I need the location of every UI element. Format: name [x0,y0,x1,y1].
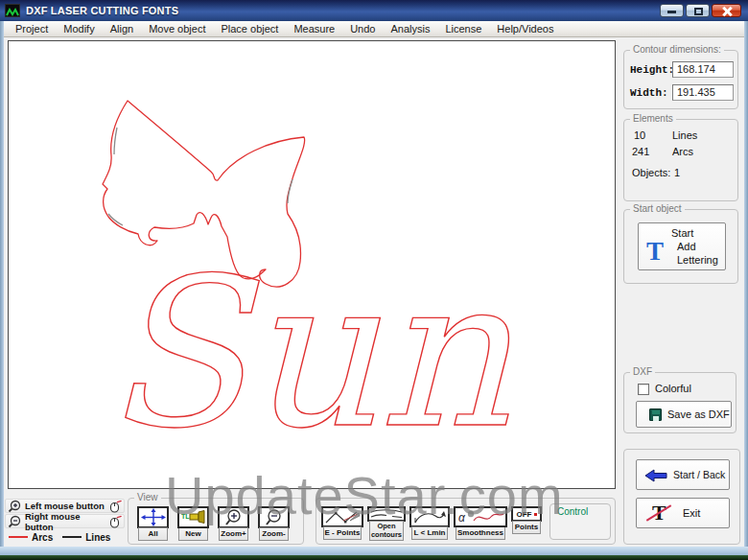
menu-move-object[interactable]: Move object [141,22,213,35]
start-add-lettering-button[interactable]: T Start Add Lettering [638,222,726,270]
lines-legend-label: Lines [85,532,110,543]
e-points-label: E - Points [323,526,362,540]
dxf-drawing: Sun [9,41,615,488]
lines-count: 10 [634,129,645,141]
menu-modify[interactable]: Modify [56,22,102,35]
back-arrow-icon [644,469,667,482]
width-label: Width: [630,87,668,99]
arc-color-swatch [9,536,28,538]
menu-project[interactable]: Project [8,22,56,35]
colorful-checkbox[interactable] [638,384,649,395]
exit-button[interactable]: T Exit [636,498,730,528]
open-contours-icon [370,508,403,520]
pan-all-arrows-icon [141,508,166,526]
menu-undo[interactable]: Undo [342,22,383,35]
smoothness-label: Smoothness [456,526,505,540]
drawing-canvas[interactable]: Sun [8,40,616,489]
minimize-button[interactable] [660,4,684,17]
lettering-t-icon: T [646,239,664,264]
arcs-label: Arcs [672,146,693,157]
menu-bar: Project Modify Align Move object Place o… [4,21,744,37]
save-as-dxf-label: Save as DXF [667,408,730,420]
dxf-title: DXF [630,366,655,377]
mouse-icon [109,515,122,528]
alpha-glyph: α [458,511,466,525]
zoom-out-button[interactable]: Zoom- [258,506,290,541]
smoothness-button[interactable]: α Smoothness [454,506,507,540]
arcs-count: 241 [632,146,649,157]
zoom-in-icon [223,508,245,526]
analysis-toolbar-group: E - Points Open contours L < Lmin [316,498,616,545]
flashlight-icon: TL [180,509,207,526]
window-border-left [0,21,4,548]
sun-lettering-outline: Sun [105,233,512,474]
menu-measure[interactable]: Measure [286,22,342,35]
flashlight-tl-text: TL [181,513,190,520]
navigation-group: Start / Back T Exit [623,449,740,545]
menu-license[interactable]: License [437,22,489,35]
app-logo-icon [5,4,20,17]
start-object-title: Start object [630,203,685,214]
view-all-button[interactable]: All [137,506,169,541]
desktop-edge [0,555,748,560]
view-new-button[interactable]: TL New [177,506,209,541]
app-window: DXF LASER CUTTING FONTS Project Modify A… [0,0,748,560]
window-border-bottom [0,547,748,555]
l-lmin-label: L < Lmin [411,526,449,540]
points-label: Points [512,521,540,534]
magnifier-minus-icon [8,515,22,528]
e-points-button[interactable]: E - Points [321,506,363,540]
start-back-button[interactable]: Start / Back [636,459,730,490]
open-contours-button[interactable]: Open contours [367,506,406,541]
zoom-in-label: Zoom+ [219,527,247,541]
view-group: View All TL [128,498,304,545]
control-title: Control [554,506,591,517]
l-lmin-icon [412,509,447,525]
zoom-out-label: Zoom- [259,527,288,541]
line-segment-1 [114,128,117,154]
window-title: DXF LASER CUTTING FONTS [26,5,178,16]
width-field[interactable]: 191.435 [672,84,734,101]
open-contours-label: Open contours [369,521,405,541]
height-field[interactable]: 168.174 [672,61,734,78]
off-points-button[interactable]: OFF Points [511,506,542,534]
mouse-icon [109,500,122,513]
save-as-dxf-button[interactable]: Save as DXF [636,401,732,428]
line-color-swatch [62,536,82,538]
start-back-label: Start / Back [673,469,725,480]
control-group: Control [549,503,611,540]
view-title: View [134,492,161,502]
view-new-label: New [178,527,207,541]
menu-align[interactable]: Align [103,22,141,35]
lines-label: Lines [672,129,697,141]
contour-dimensions-group: Contour dimensions: Height: 168.174 Widt… [623,50,738,109]
objects-label: Objects: [632,167,670,178]
minimize-icon [667,11,676,13]
maximize-button[interactable] [686,4,710,17]
zoom-out-icon [264,508,285,526]
floppy-disk-icon [649,408,662,421]
start-line: Start [671,227,693,239]
dxf-group: DXF Colorful Save as DXF [623,372,736,433]
height-label: Height: [630,64,674,76]
exit-label: Exit [683,507,700,519]
l-lmin-button[interactable]: L < Lmin [409,506,450,540]
close-button[interactable] [712,4,741,17]
maximize-icon [694,8,703,15]
zoom-in-button[interactable]: Zoom+ [218,506,249,541]
objects-count: 1 [674,167,680,178]
smoothness-icon: α [456,509,504,525]
off-text: OFF [517,510,532,519]
stroke-type-legend: Arcs Lines [5,529,125,545]
title-bar: DXF LASER CUTTING FONTS [0,0,748,21]
menu-place-object[interactable]: Place object [213,22,286,35]
colorful-label: Colorful [655,383,691,394]
right-mouse-legend[interactable]: Right mouse button [5,514,125,528]
elements-title: Elements [630,113,676,124]
contour-dimensions-title: Contour dimensions: [630,44,724,55]
menu-help-videos[interactable]: Help/Videos [489,22,561,35]
close-icon [722,7,732,16]
lettering-line: Lettering [677,254,718,266]
menu-analysis[interactable]: Analysis [383,22,437,35]
view-all-label: All [138,527,167,541]
